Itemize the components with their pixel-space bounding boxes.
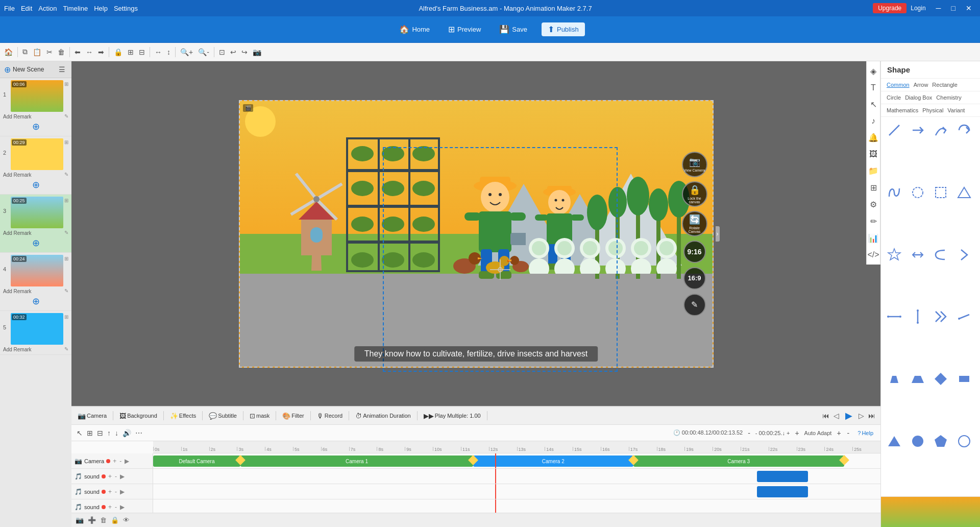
add-scene-below-1[interactable]: ⊕	[3, 119, 68, 134]
shape-line-h[interactable]	[885, 307, 903, 326]
canvas-tl-cam-btn[interactable]: 🎬	[243, 104, 253, 112]
help-button[interactable]: ? Help	[854, 429, 876, 437]
menu-timeline[interactable]: Timeline	[63, 5, 88, 12]
scene-item-4[interactable]: 4 00:24 ⊞ Add Remark ✎ ⊕	[0, 253, 71, 311]
del-track-btn[interactable]: 🗑	[99, 515, 108, 525]
shape-chevron[interactable]	[955, 246, 973, 264]
sound1-track-edit-btn[interactable]: +	[108, 472, 112, 481]
vol-btn[interactable]: 🔊	[121, 428, 132, 438]
shape-pentagon[interactable]	[932, 432, 950, 450]
shape-triangle-filled[interactable]	[885, 432, 903, 450]
plus-btn[interactable]: +	[794, 428, 800, 438]
panel-icon-shapes[interactable]: ◈	[868, 63, 878, 79]
shape-diamond[interactable]	[932, 370, 950, 388]
scene-item-5[interactable]: 5 00:32 ⊞ Add Remark ✎	[0, 311, 71, 355]
shape-line-short[interactable]	[955, 307, 973, 326]
zoom-in-button[interactable]: 🔍+	[178, 47, 195, 57]
timeline-clip[interactable]: Camera 1	[240, 456, 473, 467]
filter-tracks-btn[interactable]: ⊞	[86, 428, 94, 438]
record-anim-button[interactable]: 🎙 Record	[315, 411, 345, 421]
camera-track-more-btn[interactable]: ▶	[124, 457, 130, 465]
cat-variant-button[interactable]: Variant	[946, 106, 966, 114]
add-scene-below-3[interactable]: ⊕	[3, 236, 68, 250]
upgrade-button[interactable]: Upgrade	[873, 3, 906, 13]
cat-dialogbox-button[interactable]: Dialog Box	[903, 93, 934, 102]
effects-anim-button[interactable]: ✨ Effects	[168, 411, 198, 421]
scene-item-3[interactable]: 3 00:25 ⊞ Add Remark ✎ ⊕	[0, 195, 71, 253]
shape-dashed-circle[interactable]	[909, 183, 927, 202]
panel-icon-music[interactable]: ♪	[869, 113, 877, 129]
subtitle-anim-button[interactable]: 💬 Subtitle	[207, 411, 239, 421]
minus-btn[interactable]: -	[747, 428, 751, 438]
shape-triangle[interactable]	[955, 183, 973, 202]
panel-icon-notification[interactable]: 🔔	[866, 130, 880, 146]
shape-line-diagonal[interactable]	[885, 121, 903, 139]
scene-expand-btn-2[interactable]: ⊞	[64, 139, 68, 145]
menu-edit[interactable]: Edit	[21, 5, 32, 12]
timeline-clip[interactable]: Camera 2	[473, 456, 633, 467]
panel-icon-text[interactable]: T	[869, 80, 878, 95]
background-anim-button[interactable]: 🖼 Background	[117, 411, 159, 421]
scene-item-2[interactable]: 2 00:29 ⊞ Add Remark ✎ ⊕	[0, 136, 71, 195]
shape-curved-c[interactable]	[932, 246, 950, 264]
shape-trapezoid[interactable]	[885, 370, 903, 388]
view-camera-button[interactable]: 📷 View Camera	[682, 152, 707, 177]
save-button[interactable]: 💾 Save	[495, 22, 531, 36]
shape-curve-s[interactable]	[885, 183, 903, 202]
zoom-tl-out-btn[interactable]: -	[846, 428, 851, 438]
copy-button[interactable]: ⧉	[20, 46, 30, 57]
cat-physical-button[interactable]: Physical	[921, 106, 945, 114]
lock-track-btn[interactable]: 🔒	[110, 515, 120, 525]
cat-math-button[interactable]: Mathematics	[885, 106, 920, 114]
shape-circle-filled[interactable]	[909, 432, 927, 450]
scene-expand-btn-4[interactable]: ⊞	[64, 256, 68, 261]
scene-edit-btn-5[interactable]: ✎	[64, 346, 68, 352]
flip-v-button[interactable]: ↕	[165, 47, 173, 57]
cat-chemistry-button[interactable]: Chemistry	[935, 93, 963, 102]
scene-expand-btn-5[interactable]: ⊞	[64, 314, 68, 320]
preview-button[interactable]: ⊞ Preview	[444, 22, 485, 36]
cat-circle-button[interactable]: Circle	[885, 93, 902, 102]
menu-action[interactable]: Action	[38, 5, 57, 12]
step-forward-button[interactable]: ▷	[857, 411, 865, 421]
login-button[interactable]: Login	[911, 5, 925, 12]
add-scene-below-4[interactable]: ⊕	[3, 294, 68, 308]
paste-button[interactable]: 📋	[31, 47, 43, 57]
filter-anim-button[interactable]: 🎨 Filter	[280, 411, 306, 421]
scene-edit-btn-1[interactable]: ✎	[64, 113, 68, 119]
canvas-frame[interactable]: They know how to cultivate, fertilize, d…	[239, 100, 714, 368]
panel-icon-cursor[interactable]: ↖	[868, 97, 879, 112]
ratio-916-button[interactable]: 9:16	[683, 241, 706, 263]
move-down-btn[interactable]: ↓	[114, 428, 119, 438]
redo-button[interactable]: ↪	[239, 47, 250, 57]
panel-icon-pen[interactable]: ✏	[868, 213, 879, 229]
timeline-clip[interactable]	[757, 471, 808, 482]
menu-settings[interactable]: Settings	[114, 5, 138, 12]
collapse-btn[interactable]: ⊟	[96, 428, 104, 438]
shape-rect-filled[interactable]	[955, 370, 973, 388]
close-button[interactable]: ✕	[962, 3, 976, 13]
shape-star[interactable]	[885, 246, 903, 264]
edit-button[interactable]: ✎	[683, 294, 706, 316]
home-button[interactable]: 🏠 Home	[395, 22, 434, 36]
prev-frame-button[interactable]: ⏮	[821, 411, 830, 421]
cat-rectangle-button[interactable]: Rectangle	[930, 81, 959, 89]
panel-icon-settings[interactable]: ⚙	[868, 197, 879, 212]
lock-canvas-button[interactable]: 🔒 Lock the canvas	[682, 181, 707, 207]
lock-button[interactable]: 🔒	[112, 47, 125, 57]
ratio-169-button[interactable]: 16:9	[683, 267, 706, 290]
sound3-track-edit-btn[interactable]: +	[108, 503, 112, 511]
scene-edit-btn-3[interactable]: ✎	[64, 230, 68, 235]
timeline-clip[interactable]: Default Camera	[153, 456, 240, 467]
add-scene-below-2[interactable]: ⊕	[3, 178, 68, 192]
animation-duration-button[interactable]: ⏱ Animation Duration	[353, 411, 413, 421]
panel-icon-chart[interactable]: 📊	[866, 230, 880, 246]
fit-button[interactable]: ⊡	[217, 47, 227, 57]
select-btn[interactable]: ↖	[76, 428, 84, 438]
group-button[interactable]: ⊞	[126, 47, 136, 57]
minimize-button[interactable]: ─	[932, 3, 945, 13]
menu-help[interactable]: Help	[94, 5, 108, 12]
timeline-clip[interactable]	[757, 486, 808, 497]
scene-item-1[interactable]: 1 00:06 ⊞ Add Remark ✎ ⊕	[0, 78, 71, 136]
sound2-track-minus-btn[interactable]: -	[114, 488, 117, 496]
